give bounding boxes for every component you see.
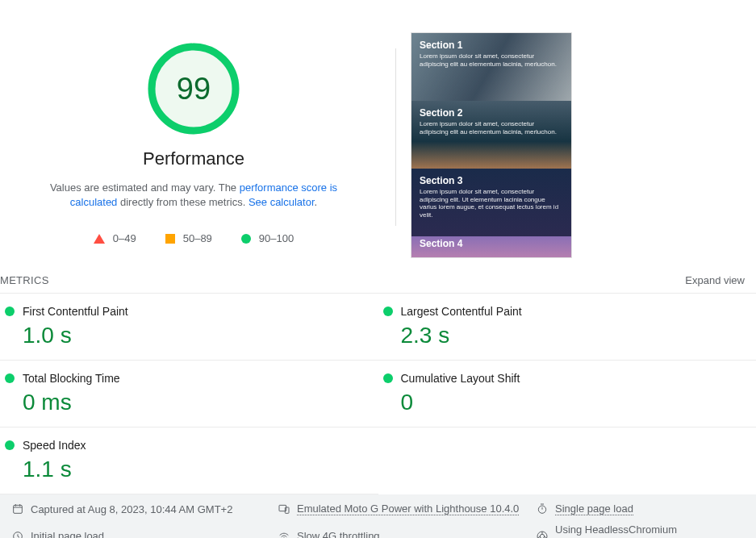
initial-load: Initial page load [11, 523, 269, 538]
preview-section-title: Section 3 [420, 175, 563, 186]
preview-section-title: Section 1 [420, 40, 563, 51]
legend-fail-label: 0–49 [113, 232, 136, 244]
performance-gauge: 99 [145, 40, 242, 137]
metric-name: First Contentful Paint [23, 305, 128, 318]
page-preview-thumbnail: Section 1 Lorem ipsum dolor sit amet, co… [411, 32, 572, 258]
metric-value: 1.0 s [23, 323, 370, 348]
metric-si[interactable]: Speed Index 1.1 s [0, 427, 378, 494]
metrics-grid: First Contentful Paint 1.0 s Largest Con… [0, 294, 756, 494]
environment-footer: Captured at Aug 8, 2023, 10:44 AM GMT+2 … [0, 494, 756, 538]
vertical-divider [395, 48, 396, 226]
metric-value: 1.1 s [23, 457, 370, 482]
legend-average: 50–89 [165, 232, 212, 244]
metric-fcp[interactable]: First Contentful Paint 1.0 s [0, 294, 378, 361]
metric-lcp[interactable]: Largest Contentful Paint 2.3 s [378, 294, 757, 361]
browser-info-text[interactable]: Using HeadlessChromium 114.0.5735.179 wi… [555, 523, 745, 538]
initial-load-text: Initial page load [31, 530, 104, 538]
pass-dot-icon [383, 307, 393, 316]
preview-section-body: Lorem ipsum dolor sit amet, consectetur … [420, 188, 563, 219]
metric-name: Speed Index [23, 439, 86, 452]
preview-section-title: Section 4 [420, 238, 563, 249]
svg-rect-4 [285, 507, 289, 513]
preview-section-body: Lorem ipsum dolor sit amet, consectetur … [420, 120, 563, 136]
wifi-icon [278, 530, 290, 539]
metric-cls[interactable]: Cumulative Layout Shift 0 [378, 361, 757, 427]
performance-title: Performance [143, 148, 244, 169]
performance-column: 99 Performance Values are estimated and … [16, 16, 371, 258]
metric-name: Total Blocking Time [23, 372, 120, 385]
pass-dot-icon [5, 307, 15, 316]
desc-text-mid: directly from these metrics. [117, 196, 249, 208]
emulated-device: Emulated Moto G Power with Lighthouse 10… [278, 503, 528, 515]
circle-pass-icon [241, 234, 251, 244]
browser-info: Using HeadlessChromium 114.0.5735.179 wi… [536, 523, 745, 538]
legend-pass-label: 90–100 [259, 232, 294, 244]
preview-section: Section 3 Lorem ipsum dolor sit amet, co… [411, 169, 571, 236]
page-load-mode-text[interactable]: Single page load [555, 503, 633, 515]
preview-section: Section 4 [411, 236, 571, 257]
metric-value: 0 [401, 390, 749, 415]
captured-at: Captured at Aug 8, 2023, 10:44 AM GMT+2 [11, 503, 269, 515]
performance-score: 99 [145, 40, 242, 137]
screenshot-preview: Section 1 Lorem ipsum dolor sit amet, co… [411, 16, 572, 258]
performance-description: Values are estimated and may vary. The p… [32, 181, 355, 210]
preview-section: Section 1 Lorem ipsum dolor sit amet, co… [411, 33, 571, 101]
pass-dot-icon [383, 373, 393, 383]
metric-value: 0 ms [23, 390, 370, 415]
triangle-fail-icon [94, 234, 105, 244]
metric-name: Cumulative Layout Shift [401, 372, 520, 385]
score-legend: 0–49 50–89 90–100 [94, 232, 294, 244]
page-load-mode: Single page load [536, 503, 745, 515]
expand-view-link[interactable]: Expand view [685, 274, 745, 286]
chrome-icon [536, 530, 549, 539]
timer-icon [536, 503, 549, 515]
legend-average-label: 50–89 [183, 232, 212, 244]
legend-fail: 0–49 [94, 232, 136, 244]
metrics-header: METRICS Expand view [0, 266, 756, 294]
metrics-heading: METRICS [0, 274, 49, 286]
pass-dot-icon [5, 440, 15, 450]
preview-section-body: Lorem ipsum dolor sit amet, consectetur … [420, 52, 563, 68]
throttling: Slow 4G throttling [278, 523, 528, 538]
throttling-text[interactable]: Slow 4G throttling [297, 530, 380, 539]
svg-rect-2 [14, 505, 23, 513]
metric-tbt[interactable]: Total Blocking Time 0 ms [0, 361, 378, 427]
desc-text-pre: Values are estimated and may vary. The [50, 181, 240, 194]
pass-dot-icon [5, 373, 15, 383]
calendar-icon [11, 503, 24, 515]
see-calculator-link[interactable]: See calculator [249, 196, 315, 208]
svg-point-9 [540, 534, 544, 538]
captured-at-text: Captured at Aug 8, 2023, 10:44 AM GMT+2 [31, 503, 232, 515]
history-icon [11, 530, 24, 539]
emulated-device-text[interactable]: Emulated Moto G Power with Lighthouse 10… [297, 503, 519, 515]
preview-section: Section 2 Lorem ipsum dolor sit amet, co… [411, 101, 571, 169]
metric-name: Largest Contentful Paint [401, 305, 522, 318]
devices-icon [278, 503, 290, 515]
legend-pass: 90–100 [241, 232, 294, 244]
square-average-icon [165, 234, 175, 244]
summary-section: 99 Performance Values are estimated and … [0, 0, 756, 258]
metric-value: 2.3 s [401, 323, 749, 348]
preview-section-title: Section 2 [420, 107, 563, 119]
